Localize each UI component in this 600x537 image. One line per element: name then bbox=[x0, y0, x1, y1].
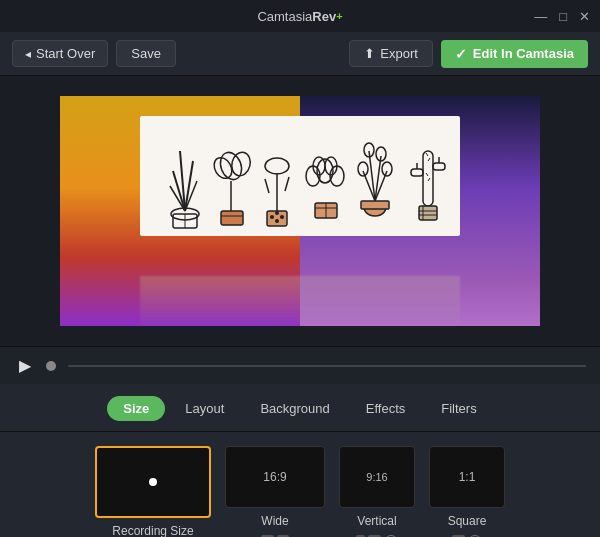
play-icon: ▶ bbox=[19, 356, 31, 375]
svg-point-20 bbox=[270, 215, 274, 219]
playback-bar: ▶ bbox=[0, 346, 600, 384]
preset-vertical[interactable]: 9:16 Vertical f ▶ ♪ bbox=[339, 446, 415, 537]
preview-canvas bbox=[60, 96, 540, 326]
preset-wide-label: Wide bbox=[261, 514, 288, 528]
svg-point-23 bbox=[275, 219, 279, 223]
preset-wide-thumb: 16:9 bbox=[225, 446, 325, 508]
tab-layout[interactable]: Layout bbox=[169, 396, 240, 421]
preset-recording-label: Recording Size bbox=[112, 524, 193, 537]
timeline-track[interactable] bbox=[68, 365, 586, 367]
preview-reflection bbox=[140, 276, 460, 326]
play-button[interactable]: ▶ bbox=[14, 355, 36, 377]
svg-rect-50 bbox=[419, 206, 437, 220]
preview-area bbox=[0, 76, 600, 346]
preset-wide[interactable]: 16:9 Wide ▶ V bbox=[225, 446, 325, 537]
chevron-left-icon: ◂ bbox=[25, 47, 31, 61]
presets-section: Recording Size 16:9 Wide ▶ V 9:16 Vertic… bbox=[0, 432, 600, 537]
edit-in-camtasia-label: Edit In Camtasia bbox=[473, 46, 574, 61]
title-camtasia: Camtasia bbox=[257, 9, 312, 24]
svg-point-22 bbox=[280, 215, 284, 219]
svg-rect-13 bbox=[221, 211, 243, 225]
preset-square-label: Square bbox=[448, 514, 487, 528]
preset-vertical-label: Vertical bbox=[357, 514, 396, 528]
preset-recording-dot bbox=[149, 478, 157, 486]
preset-wide-ratio: 16:9 bbox=[263, 470, 286, 484]
tab-filters[interactable]: Filters bbox=[425, 396, 492, 421]
tabs-section: Size Layout Background Effects Filters bbox=[0, 384, 600, 432]
export-label: Export bbox=[380, 46, 418, 61]
edit-in-camtasia-button[interactable]: ✓ Edit In Camtasia bbox=[441, 40, 588, 68]
save-label: Save bbox=[131, 46, 161, 61]
tab-effects[interactable]: Effects bbox=[350, 396, 422, 421]
window-controls: — □ ✕ bbox=[534, 10, 590, 23]
close-button[interactable]: ✕ bbox=[579, 10, 590, 23]
title-rev: Rev bbox=[312, 9, 336, 24]
start-over-button[interactable]: ◂ Start Over bbox=[12, 40, 108, 67]
svg-point-21 bbox=[275, 211, 279, 215]
export-icon: ⬆ bbox=[364, 46, 375, 61]
save-button[interactable]: Save bbox=[116, 40, 176, 67]
preset-recording-size[interactable]: Recording Size bbox=[95, 446, 211, 537]
preset-square[interactable]: 1:1 Square ▶ ◎ bbox=[429, 446, 505, 537]
maximize-button[interactable]: □ bbox=[559, 10, 567, 23]
preset-square-ratio: 1:1 bbox=[459, 470, 476, 484]
svg-rect-40 bbox=[361, 201, 389, 209]
start-over-label: Start Over bbox=[36, 46, 95, 61]
title-plus: + bbox=[336, 10, 342, 22]
minimize-button[interactable]: — bbox=[534, 10, 547, 23]
toolbar: ◂ Start Over Save ⬆ Export ✓ Edit In Cam… bbox=[0, 32, 600, 76]
timeline-scrubber[interactable] bbox=[46, 361, 56, 371]
app-title: Camtasia Rev + bbox=[257, 9, 342, 24]
preset-square-thumb: 1:1 bbox=[429, 446, 505, 508]
preset-vertical-ratio: 9:16 bbox=[366, 471, 387, 483]
preview-content-card bbox=[140, 116, 460, 236]
preset-recording-thumb bbox=[95, 446, 211, 518]
plants-illustration bbox=[145, 121, 455, 231]
tab-background[interactable]: Background bbox=[244, 396, 345, 421]
tab-size[interactable]: Size bbox=[107, 396, 165, 421]
preset-vertical-thumb: 9:16 bbox=[339, 446, 415, 508]
title-bar: Camtasia Rev + — □ ✕ bbox=[0, 0, 600, 32]
export-button[interactable]: ⬆ Export bbox=[349, 40, 433, 67]
checkmark-icon: ✓ bbox=[455, 46, 467, 62]
